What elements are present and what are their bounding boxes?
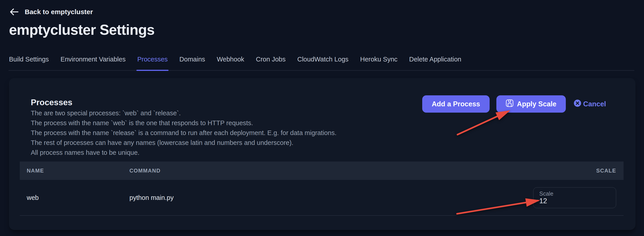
column-header-command: COMMAND [130, 168, 529, 174]
back-label: Back to emptycluster [25, 8, 93, 16]
page-header: Back to emptycluster emptycluster Settin… [0, 0, 644, 38]
scale-field[interactable]: Scale [533, 187, 616, 208]
back-arrow-icon [9, 7, 19, 17]
tab-delete-application[interactable]: Delete Application [409, 56, 462, 70]
process-name-cell: web [20, 194, 130, 202]
panel-actions: Add a Process Apply Scale [422, 95, 606, 113]
tab-heroku-sync[interactable]: Heroku Sync [360, 56, 398, 70]
description-line: The rest of processes can have any names… [31, 138, 636, 148]
tab-environment-variables[interactable]: Environment Variables [60, 56, 126, 70]
save-icon [506, 99, 514, 109]
scale-field-label: Scale [539, 190, 616, 197]
processes-table: NAME COMMAND SCALE web python main.py Sc… [20, 161, 624, 216]
panel-description: The are two special processes: `web` and… [31, 108, 636, 157]
tab-webhook[interactable]: Webhook [216, 56, 245, 70]
settings-tabs: Build Settings Environment Variables Pro… [8, 56, 634, 71]
page-title: emptycluster Settings [9, 21, 635, 38]
cancel-label: Cancel [583, 100, 606, 108]
description-line: The process with the name `release` is a… [31, 128, 636, 138]
processes-panel: Processes The are two special processes:… [9, 78, 636, 230]
tab-domains[interactable]: Domains [179, 56, 206, 70]
x-circle-icon [574, 99, 581, 109]
column-header-name: NAME [20, 168, 130, 174]
apply-scale-button[interactable]: Apply Scale [496, 95, 566, 113]
add-process-button[interactable]: Add a Process [422, 95, 490, 113]
process-scale-cell: Scale [529, 187, 624, 208]
apply-scale-label: Apply Scale [517, 100, 556, 108]
cancel-button[interactable]: Cancel [574, 99, 606, 109]
tab-processes[interactable]: Processes [137, 56, 168, 70]
tab-build-settings[interactable]: Build Settings [8, 56, 49, 70]
add-process-label: Add a Process [432, 100, 480, 108]
tab-cron-jobs[interactable]: Cron Jobs [256, 56, 286, 70]
tab-cloudwatch-logs[interactable]: CloudWatch Logs [297, 56, 349, 70]
table-header-row: NAME COMMAND SCALE [20, 161, 624, 180]
process-command-cell: python main.py [130, 194, 529, 202]
description-line: The process with the name `web` is the o… [31, 118, 636, 128]
table-row: web python main.py Scale [20, 180, 624, 216]
description-line: All process names have to be unique. [31, 148, 636, 157]
back-link[interactable]: Back to emptycluster [9, 7, 635, 17]
column-header-scale: SCALE [529, 168, 624, 174]
scale-input[interactable] [539, 197, 607, 205]
